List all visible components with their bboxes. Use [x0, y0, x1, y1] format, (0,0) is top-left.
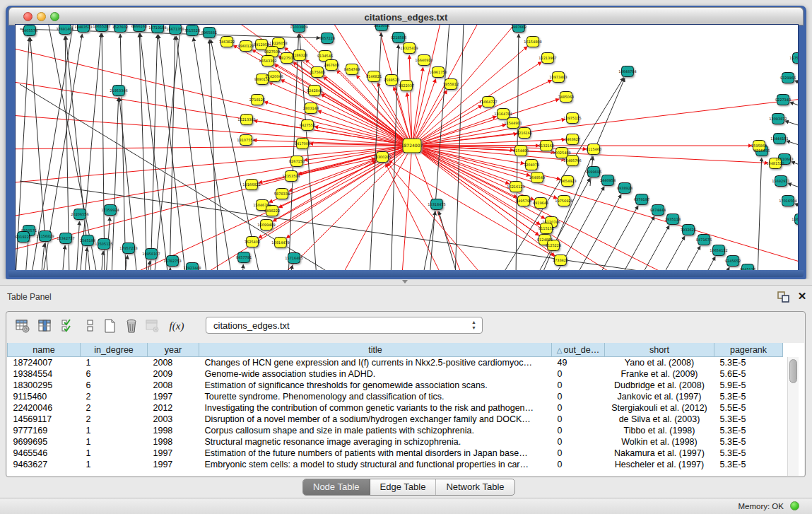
- graph-node-label: 9822037: [399, 83, 414, 88]
- table-cell: Dudbridge et al. (2008): [605, 380, 714, 391]
- delete-table-button[interactable]: [122, 317, 141, 335]
- graph-node-label: 9495794: [516, 199, 531, 203]
- network-window-titlebar[interactable]: citations_edges.txt: [8, 7, 804, 25]
- window-title: citations_edges.txt: [9, 12, 803, 23]
- graph-node-label: 7515526: [184, 28, 200, 33]
- graph-node-label: 10973493: [549, 75, 567, 79]
- table-panel-content: f(x) citations_edges.txt ▲▼ namein_degre…: [6, 311, 806, 477]
- graph-node-label: 7932621: [681, 228, 696, 232]
- table-cell: Changes of HCN gene expression and I(f) …: [199, 357, 552, 369]
- show-column-button[interactable]: [36, 317, 54, 335]
- table-cell: de Silva et al. (2003): [605, 414, 714, 425]
- table-row[interactable]: 1872400712008Changes of HCN gene express…: [8, 357, 783, 369]
- column-header-indegree[interactable]: in_degree: [81, 343, 148, 357]
- graph-node-label: 9827508: [279, 56, 295, 60]
- tab-edge-table[interactable]: Edge Table: [370, 479, 437, 495]
- table-row[interactable]: 2242004622012Investigating the contribut…: [8, 402, 783, 414]
- table-row[interactable]: 1830029562008Estimation of significance …: [8, 380, 783, 391]
- graph-node-label: 21953346: [110, 88, 127, 93]
- table-row[interactable]: 969969511998Structural magnetic resonanc…: [8, 436, 783, 448]
- memory-status-icon[interactable]: [790, 501, 799, 510]
- graph-node-label: 6466160: [131, 24, 147, 28]
- table-settings-button[interactable]: [13, 317, 32, 335]
- graph-node-label: 3175685: [310, 70, 325, 74]
- network-window[interactable]: citations_edges.txt 94055743769140619483…: [6, 6, 806, 279]
- table-cell: Tibbo et al. (1998): [605, 425, 714, 436]
- table-select-combobox[interactable]: citations_edges.txt ▲▼: [206, 317, 483, 334]
- new-table-button[interactable]: [101, 317, 119, 335]
- table-row[interactable]: 1456911722003Disruption of a novel membe…: [8, 414, 783, 425]
- graph-node-label: 7204078: [524, 163, 539, 167]
- combo-stepper-icon[interactable]: ▲▼: [470, 320, 478, 332]
- table-cell: 9463627: [8, 459, 81, 470]
- table-cell: 22420046: [8, 402, 81, 414]
- select-columns-button[interactable]: [59, 317, 77, 335]
- table-scrollbar-thumb[interactable]: [789, 359, 797, 383]
- graph-node-label: 10025488: [553, 151, 570, 155]
- table-cell: 6: [81, 380, 148, 391]
- graph-node-label: 15751074: [789, 56, 799, 60]
- table-cell: 6: [81, 368, 148, 380]
- graph-node-label: 17016504: [779, 199, 796, 203]
- column-header-short[interactable]: short: [605, 343, 714, 357]
- table-cell: 5.3E-5: [714, 391, 783, 402]
- table-cell: 1: [81, 436, 148, 448]
- graph-node-label: 9146821: [366, 74, 382, 78]
- table-row[interactable]: 946554611997Estimation of the future num…: [8, 448, 783, 459]
- tab-node-table[interactable]: Node Table: [303, 479, 370, 495]
- table-cell: 0: [552, 448, 605, 459]
- graph-node-label: 11675309: [792, 217, 799, 221]
- graph-node-label: 13654923: [558, 179, 576, 183]
- row-height-button[interactable]: [81, 317, 100, 335]
- node-table-grid: namein_degreeyeartitle△out_de…shortpager…: [7, 343, 804, 476]
- graph-node-label: 1733426: [553, 258, 568, 262]
- panel-splitter[interactable]: [0, 279, 812, 285]
- graph-node-label: 8960128: [238, 44, 254, 48]
- splitter-collapse-arrow[interactable]: [402, 280, 408, 284]
- graph-node-label: 9890157: [254, 77, 270, 81]
- graph-node-label: 1545194: [80, 238, 95, 243]
- function-builder-button[interactable]: f(x): [167, 317, 186, 335]
- table-cell: 9465546: [8, 448, 81, 459]
- column-header-name[interactable]: name: [8, 343, 81, 357]
- graph-node-label: 11064727: [479, 100, 497, 104]
- table-scrollbar[interactable]: [787, 357, 799, 476]
- table-cell: 1997: [148, 448, 199, 459]
- table-cell: 2: [81, 402, 148, 414]
- column-header-title[interactable]: title: [199, 343, 552, 357]
- table-cell: 5.3E-5: [714, 414, 783, 425]
- close-panel-icon[interactable]: ✕: [796, 291, 808, 302]
- graph-node-label: 9457791: [236, 255, 252, 259]
- graph-node-label: 8471676: [696, 238, 712, 242]
- graph-node-label: 9218586: [391, 35, 406, 40]
- graph-node-label: 9154490: [513, 148, 529, 153]
- graph-node-label: 10719184: [148, 25, 166, 30]
- graph-node-label: 12213967: [539, 56, 556, 60]
- graph-node-label: 18107554: [237, 138, 254, 142]
- table-cell: 1: [81, 357, 148, 369]
- table-cell: 1: [81, 448, 148, 459]
- graph-node-label: 37691406: [56, 27, 73, 31]
- graph-node-label: 10654112: [710, 248, 727, 252]
- table-row[interactable]: 946362711997Embryonic stem cells: a mode…: [8, 459, 783, 470]
- table-row[interactable]: 1938455462009Genome-wide association stu…: [8, 368, 783, 380]
- graph-node-label: 16782753: [163, 259, 181, 263]
- tab-network-table[interactable]: Network Table: [436, 479, 514, 495]
- table-header-row[interactable]: namein_degreeyeartitle△out_de…shortpager…: [8, 343, 783, 357]
- table-type-tabs: Node TableEdge TableNetwork Table: [302, 479, 515, 496]
- graph-node-label: 16216123: [507, 185, 524, 189]
- node-table: namein_degreeyeartitle△out_de…shortpager…: [7, 343, 783, 470]
- table-row[interactable]: 911546021997Tourette syndrome. Phenomeno…: [8, 391, 783, 402]
- column-header-pagerank[interactable]: pagerank: [714, 343, 783, 357]
- network-canvas[interactable]: 9405574376914061948357310655287152760264…: [15, 24, 799, 271]
- graph-node-label: 15716485: [285, 256, 302, 260]
- float-panel-icon[interactable]: [777, 291, 790, 303]
- column-header-year[interactable]: year: [148, 343, 199, 357]
- table-select-value: citations_edges.txt: [213, 320, 290, 331]
- column-header-outde[interactable]: △out_de…: [552, 343, 605, 357]
- graph-node-label: 9417004: [295, 141, 310, 146]
- graph-node-label: 9124851: [537, 238, 553, 242]
- table-row[interactable]: 977716911998Corpus callosum shape and si…: [8, 425, 783, 436]
- table-cell: 2009: [148, 368, 199, 380]
- graph-node-label: 9125224: [546, 243, 561, 247]
